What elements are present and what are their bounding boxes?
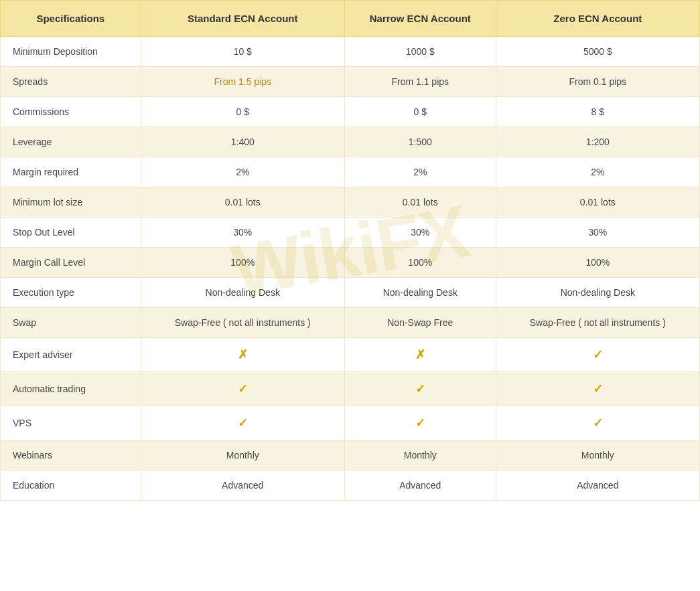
row-col4: Monthly xyxy=(496,440,699,471)
row-col2: ✓ xyxy=(141,406,344,440)
cell-value: From 1.5 pips xyxy=(214,76,271,87)
row-col2: Advanced xyxy=(141,471,344,501)
row-label: Minimum lot size xyxy=(1,187,141,218)
cross-icon: ✗ xyxy=(238,348,248,361)
row-col2: 0 $ xyxy=(141,97,344,127)
row-label: Leverage xyxy=(1,127,141,157)
row-col3: ✗ xyxy=(344,338,496,372)
row-col3: Non-Swap Free xyxy=(344,308,496,338)
row-col2: 10 $ xyxy=(141,37,344,67)
row-col4: 2% xyxy=(496,157,699,187)
row-col3: 0 $ xyxy=(344,97,496,127)
row-col2: Monthly xyxy=(141,440,344,471)
row-col2: 1:400 xyxy=(141,127,344,157)
check-icon: ✓ xyxy=(415,416,425,430)
header-narrow-ecn: Narrow ECN Account xyxy=(344,1,496,37)
row-label: Minimum Deposition xyxy=(1,37,141,67)
row-label: Commissions xyxy=(1,97,141,127)
row-label: Education xyxy=(1,471,141,501)
row-col4: ✓ xyxy=(496,406,699,440)
table-row: Execution typeNon-dealing DeskNon-dealin… xyxy=(1,278,700,308)
row-col3: 30% xyxy=(344,218,496,248)
table-row: Margin required2%2%2% xyxy=(1,157,700,187)
table-row: Margin Call Level100%100%100% xyxy=(1,248,700,278)
row-col4: 0.01 lots xyxy=(496,187,699,218)
row-col2: 0.01 lots xyxy=(141,187,344,218)
row-label: Margin Call Level xyxy=(1,248,141,278)
specifications-table: WikiFX Specifications Standard ECN Accou… xyxy=(0,0,700,501)
row-col4: 1:200 xyxy=(496,127,699,157)
check-icon: ✓ xyxy=(593,382,603,396)
row-label: Webinars xyxy=(1,440,141,471)
row-label: Margin required xyxy=(1,157,141,187)
row-col2: 30% xyxy=(141,218,344,248)
row-col3: 1:500 xyxy=(344,127,496,157)
table-row: SwapSwap-Free ( not all instruments )Non… xyxy=(1,308,700,338)
row-label: Spreads xyxy=(1,67,141,97)
cross-icon: ✗ xyxy=(415,348,425,361)
row-label: Swap xyxy=(1,308,141,338)
row-col2: From 1.5 pips xyxy=(141,67,344,97)
row-col2: ✗ xyxy=(141,338,344,372)
row-col3: 2% xyxy=(344,157,496,187)
row-label: VPS xyxy=(1,406,141,440)
row-label: Execution type xyxy=(1,278,141,308)
table-row: Commissions0 $0 $8 $ xyxy=(1,97,700,127)
check-icon: ✓ xyxy=(238,382,248,396)
table-row: Automatic trading✓✓✓ xyxy=(1,372,700,406)
row-col2: Swap-Free ( not all instruments ) xyxy=(141,308,344,338)
row-col4: Advanced xyxy=(496,471,699,501)
header-specifications: Specifications xyxy=(1,1,141,37)
row-col3: 1000 $ xyxy=(344,37,496,67)
row-col3: From 1.1 pips xyxy=(344,67,496,97)
check-icon: ✓ xyxy=(593,416,603,430)
header-zero-ecn: Zero ECN Account xyxy=(496,1,699,37)
check-icon: ✓ xyxy=(593,348,603,361)
check-icon: ✓ xyxy=(238,416,248,430)
table-row: EducationAdvancedAdvancedAdvanced xyxy=(1,471,700,501)
row-col3: 100% xyxy=(344,248,496,278)
row-label: Automatic trading xyxy=(1,372,141,406)
row-col2: 100% xyxy=(141,248,344,278)
table-row: Stop Out Level30%30%30% xyxy=(1,218,700,248)
row-label: Expert adviser xyxy=(1,338,141,372)
check-icon: ✓ xyxy=(415,382,425,396)
row-col2: 2% xyxy=(141,157,344,187)
table-row: WebinarsMonthlyMonthlyMonthly xyxy=(1,440,700,471)
table-row: VPS✓✓✓ xyxy=(1,406,700,440)
table-row: Expert adviser✗✗✓ xyxy=(1,338,700,372)
row-col3: Advanced xyxy=(344,471,496,501)
row-col4: Non-dealing Desk xyxy=(496,278,699,308)
table-row: Minimum Deposition10 $1000 $5000 $ xyxy=(1,37,700,67)
header-standard-ecn: Standard ECN Account xyxy=(141,1,344,37)
row-col3: Monthly xyxy=(344,440,496,471)
row-col2: Non-dealing Desk xyxy=(141,278,344,308)
row-label: Stop Out Level xyxy=(1,218,141,248)
table-row: Leverage1:4001:5001:200 xyxy=(1,127,700,157)
table-row: Minimum lot size0.01 lots0.01 lots0.01 l… xyxy=(1,187,700,218)
row-col4: Swap-Free ( not all instruments ) xyxy=(496,308,699,338)
row-col4: 100% xyxy=(496,248,699,278)
table-row: SpreadsFrom 1.5 pipsFrom 1.1 pipsFrom 0.… xyxy=(1,67,700,97)
row-col4: 8 $ xyxy=(496,97,699,127)
row-col4: ✓ xyxy=(496,338,699,372)
row-col3: ✓ xyxy=(344,406,496,440)
row-col2: ✓ xyxy=(141,372,344,406)
row-col4: ✓ xyxy=(496,372,699,406)
row-col3: 0.01 lots xyxy=(344,187,496,218)
row-col3: ✓ xyxy=(344,372,496,406)
row-col3: Non-dealing Desk xyxy=(344,278,496,308)
row-col4: 30% xyxy=(496,218,699,248)
row-col4: From 0.1 pips xyxy=(496,67,699,97)
row-col4: 5000 $ xyxy=(496,37,699,67)
